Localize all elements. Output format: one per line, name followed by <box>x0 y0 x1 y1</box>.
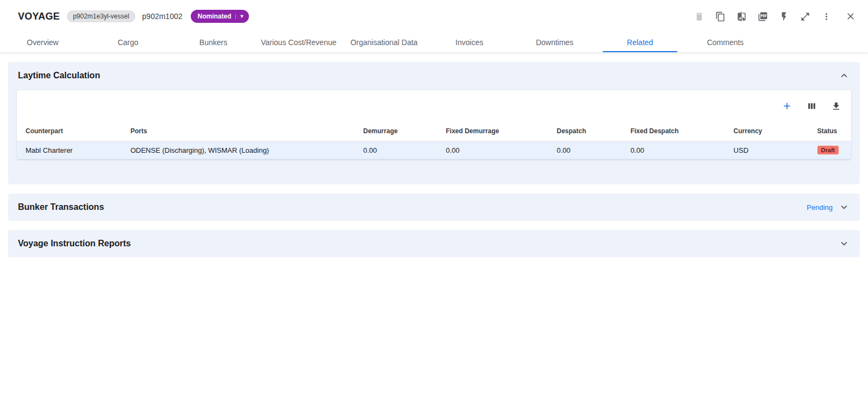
column-header-currency: Currency <box>729 122 813 141</box>
chevron-up-icon[interactable] <box>838 70 850 82</box>
column-header-demurrage: Demurrage <box>359 122 441 141</box>
laytime-panel-body: Counterpart Ports Demurrage Fixed Demurr… <box>8 89 860 184</box>
bunker-transactions-header[interactable]: Bunker Transactions Pending <box>8 194 860 221</box>
laytime-table-toolbar <box>17 90 851 122</box>
flash-icon[interactable] <box>777 10 790 23</box>
laytime-table-card: Counterpart Ports Demurrage Fixed Demurr… <box>17 90 851 159</box>
pdf-icon[interactable] <box>756 10 769 23</box>
download-icon[interactable] <box>829 100 842 113</box>
tab-cargo[interactable]: Cargo <box>85 33 171 52</box>
cell-counterpart: Mabl Charterer <box>17 141 126 159</box>
tab-various-cost-revenue[interactable]: Various Cost/Revenue <box>256 33 341 52</box>
column-header-fixed-despatch: Fixed Despatch <box>626 122 729 141</box>
toolbar-icons <box>692 10 857 23</box>
column-header-status: Status <box>813 122 851 141</box>
voyage-instruction-reports-header[interactable]: Voyage Instruction Reports <box>8 230 860 257</box>
tab-overview[interactable]: Overview <box>0 33 85 52</box>
bunker-transactions-title: Bunker Transactions <box>18 202 104 212</box>
cell-despatch: 0.00 <box>552 141 626 159</box>
chevron-down-icon[interactable] <box>838 201 850 213</box>
bunker-transactions-panel: Bunker Transactions Pending <box>8 194 860 221</box>
tab-downtimes[interactable]: Downtimes <box>512 33 597 52</box>
tab-bunkers[interactable]: Bunkers <box>171 33 256 52</box>
column-header-fixed-demurrage: Fixed Demurrage <box>441 122 552 141</box>
cell-fixed-demurrage: 0.00 <box>441 141 552 159</box>
voyage-header: VOYAGE p902m1e3yl-vessel p902m1002 Nomin… <box>0 0 868 33</box>
column-header-ports: Ports <box>126 122 359 141</box>
voyage-number: p902m1002 <box>142 12 183 21</box>
delete-icon[interactable] <box>692 10 705 23</box>
compare-icon[interactable] <box>735 10 748 23</box>
column-header-despatch: Despatch <box>552 122 626 141</box>
tab-related[interactable]: Related <box>597 33 683 52</box>
laytime-panel-header[interactable]: Laytime Calculation <box>8 62 860 89</box>
tab-bar: Overview Cargo Bunkers Various Cost/Reve… <box>0 33 868 53</box>
tab-comments[interactable]: Comments <box>683 33 768 52</box>
add-icon[interactable] <box>780 100 794 113</box>
laytime-calculation-panel: Laytime Calculation <box>8 62 860 184</box>
pending-status-text: Pending <box>807 203 833 212</box>
close-icon[interactable] <box>844 10 857 23</box>
cell-fixed-despatch: 0.00 <box>626 141 729 159</box>
laytime-panel-title: Laytime Calculation <box>18 71 100 80</box>
page-title: VOYAGE <box>18 11 60 22</box>
main-content: Laytime Calculation <box>0 53 868 276</box>
tab-invoices[interactable]: Invoices <box>427 33 512 52</box>
chevron-down-icon: ▼ <box>235 14 245 19</box>
status-badge: Draft <box>817 146 839 154</box>
table-row[interactable]: Mabl Charterer ODENSE (Discharging), WIS… <box>17 141 851 159</box>
status-dropdown-label: Nominated <box>198 13 232 20</box>
columns-icon[interactable] <box>805 100 818 113</box>
tab-organisational-data[interactable]: Organisational Data <box>341 33 427 52</box>
more-icon[interactable] <box>820 10 833 23</box>
voyage-instruction-reports-title: Voyage Instruction Reports <box>18 239 131 248</box>
copy-icon[interactable] <box>714 10 727 23</box>
chevron-down-icon[interactable] <box>838 238 850 250</box>
expand-icon[interactable] <box>798 10 811 23</box>
cell-status: Draft <box>813 141 851 159</box>
status-dropdown-button[interactable]: Nominated ▼ <box>191 10 249 23</box>
cell-ports: ODENSE (Discharging), WISMAR (Loading) <box>126 141 359 159</box>
column-header-counterpart: Counterpart <box>17 122 126 141</box>
vessel-chip: p902m1e3yl-vessel <box>67 10 135 22</box>
table-header-row: Counterpart Ports Demurrage Fixed Demurr… <box>17 122 851 141</box>
voyage-instruction-reports-panel: Voyage Instruction Reports <box>8 230 860 257</box>
cell-currency: USD <box>729 141 813 159</box>
cell-demurrage: 0.00 <box>359 141 441 159</box>
laytime-table: Counterpart Ports Demurrage Fixed Demurr… <box>17 122 851 159</box>
